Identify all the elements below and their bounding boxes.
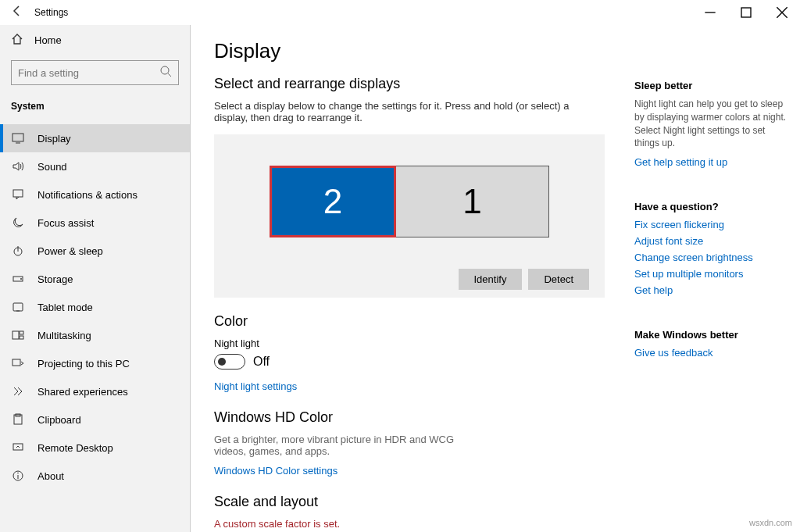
- svg-point-12: [20, 278, 22, 280]
- question-heading: Have a question?: [634, 201, 788, 212]
- detect-button[interactable]: Detect: [528, 269, 589, 290]
- home-label: Home: [34, 34, 62, 46]
- night-light-toggle[interactable]: [214, 354, 245, 370]
- window-title: Settings: [34, 7, 68, 18]
- night-light-settings-link[interactable]: Night light settings: [214, 380, 297, 392]
- hd-settings-link[interactable]: Windows HD Color settings: [214, 465, 338, 477]
- focus-icon: [11, 216, 25, 229]
- help-link-4[interactable]: Get help: [634, 284, 788, 296]
- monitor-2[interactable]: 2: [270, 166, 396, 237]
- search-box[interactable]: [11, 60, 179, 85]
- about-icon: [11, 470, 25, 482]
- shared-icon: [11, 385, 25, 398]
- svg-rect-15: [12, 331, 19, 339]
- identify-button[interactable]: Identify: [459, 269, 523, 290]
- arrange-desc: Select a display below to change the set…: [214, 100, 605, 123]
- scale-heading: Scale and layout: [214, 494, 605, 510]
- display-icon: [11, 132, 25, 145]
- svg-rect-1: [741, 8, 751, 17]
- nav-notifications[interactable]: Notifications & actions: [0, 180, 190, 209]
- titlebar: Settings: [0, 0, 800, 25]
- arrange-heading: Select and rearrange displays: [214, 76, 605, 92]
- svg-rect-13: [13, 303, 23, 311]
- sleep-heading: Sleep better: [634, 80, 788, 91]
- nav-display[interactable]: Display: [0, 124, 190, 152]
- nav-remote[interactable]: Remote Desktop: [0, 434, 190, 462]
- nav-about[interactable]: About: [0, 462, 190, 490]
- projecting-icon: [11, 357, 25, 370]
- content-area: Display Select and rearrange displays Se…: [191, 25, 628, 532]
- hd-heading: Windows HD Color: [214, 409, 605, 426]
- better-heading: Make Windows better: [634, 329, 788, 341]
- home-button[interactable]: Home: [0, 25, 190, 55]
- remote-icon: [11, 441, 25, 454]
- multitask-icon: [11, 329, 25, 341]
- right-pane: Sleep better Night light can help you ge…: [628, 25, 800, 532]
- svg-rect-21: [13, 444, 23, 450]
- toggle-state: Off: [253, 355, 270, 369]
- close-button[interactable]: [764, 0, 800, 25]
- page-title: Display: [214, 39, 605, 63]
- nav-list: Display Sound Notifications & actions Fo…: [0, 124, 190, 490]
- nav-multitask[interactable]: Multitasking: [0, 321, 190, 349]
- nav-tablet[interactable]: Tablet mode: [0, 293, 190, 321]
- svg-rect-6: [12, 134, 23, 141]
- nav-shared[interactable]: Shared experiences: [0, 377, 190, 405]
- night-light-label: Night light: [214, 337, 605, 349]
- nav-storage[interactable]: Storage: [0, 265, 190, 293]
- help-link-1[interactable]: Adjust font size: [634, 235, 788, 247]
- nav-sound[interactable]: Sound: [0, 152, 190, 180]
- sidebar: Home System Display Sound Notifications …: [0, 25, 191, 532]
- home-icon: [11, 33, 23, 48]
- svg-rect-16: [20, 331, 23, 334]
- notifications-icon: [11, 188, 25, 201]
- nav-clipboard[interactable]: Clipboard: [0, 405, 190, 434]
- maximize-button[interactable]: [728, 0, 764, 25]
- svg-rect-18: [12, 359, 20, 366]
- help-link-0[interactable]: Fix screen flickering: [634, 219, 788, 230]
- sleep-link[interactable]: Get help setting it up: [634, 156, 788, 168]
- svg-point-24: [17, 473, 19, 474]
- svg-line-5: [168, 73, 171, 77]
- clipboard-icon: [11, 413, 25, 426]
- nav-power[interactable]: Power & sleep: [0, 237, 190, 265]
- help-link-3[interactable]: Set up multiple monitors: [634, 268, 788, 280]
- svg-rect-8: [13, 190, 23, 197]
- search-icon: [159, 65, 172, 80]
- search-input[interactable]: [18, 67, 159, 79]
- power-icon: [11, 245, 25, 257]
- storage-icon: [11, 273, 25, 285]
- scale-warning: A custom scale factor is set.: [214, 518, 605, 530]
- color-heading: Color: [214, 313, 605, 330]
- sound-icon: [11, 160, 25, 173]
- watermark: wsxdn.com: [749, 518, 792, 527]
- window-controls: [692, 0, 800, 25]
- sleep-desc: Night light can help you get to sleep by…: [634, 98, 788, 150]
- minimize-button[interactable]: [692, 0, 728, 25]
- help-link-2[interactable]: Change screen brightness: [634, 252, 788, 263]
- monitor-1[interactable]: 1: [396, 166, 549, 237]
- svg-rect-17: [20, 336, 23, 339]
- section-label: System: [0, 95, 190, 118]
- display-arrange-box: 2 1 Identify Detect: [214, 134, 605, 298]
- feedback-link[interactable]: Give us feedback: [634, 347, 788, 359]
- hd-desc: Get a brighter, more vibrant picture in …: [214, 434, 480, 457]
- back-icon[interactable]: [11, 5, 23, 20]
- svg-point-4: [161, 66, 169, 74]
- tablet-icon: [11, 301, 25, 313]
- nav-focus[interactable]: Focus assist: [0, 209, 190, 237]
- nav-projecting[interactable]: Projecting to this PC: [0, 349, 190, 377]
